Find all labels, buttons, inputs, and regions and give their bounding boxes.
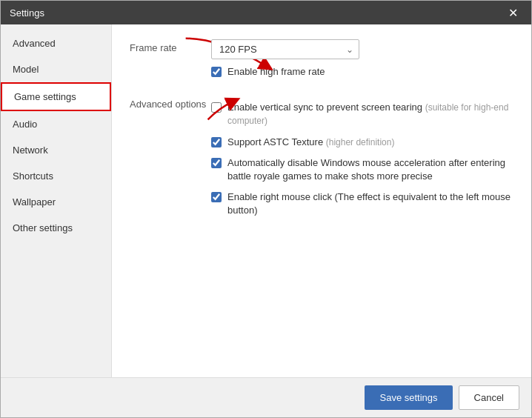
mouse-accel-row: Automatically disable Windows mouse acce…: [211, 156, 513, 183]
frame-rate-row: Frame rate 60 FPS 90 FPS 120 FPS 144 FPS…: [130, 39, 513, 83]
enable-high-framerate-checkbox[interactable]: [211, 67, 222, 77]
enable-high-framerate-row: Enable high frame rate: [211, 65, 513, 79]
advanced-options-section: Advanced options Enable vertical sync to…: [130, 95, 513, 225]
content-area: Advanced Model Game settings Audio Netwo…: [1, 24, 531, 377]
astc-label[interactable]: Support ASTC Texture (higher definition): [227, 136, 394, 149]
sidebar: Advanced Model Game settings Audio Netwo…: [1, 24, 112, 377]
mouse-accel-label[interactable]: Automatically disable Windows mouse acce…: [227, 156, 513, 183]
sidebar-item-advanced[interactable]: Advanced: [1, 30, 111, 56]
right-click-checkbox[interactable]: [211, 192, 222, 202]
vsync-checkbox[interactable]: [211, 102, 222, 113]
main-panel: Frame rate 60 FPS 90 FPS 120 FPS 144 FPS…: [112, 24, 531, 377]
astc-checkbox[interactable]: [211, 137, 222, 147]
sidebar-item-shortcuts[interactable]: Shortcuts: [1, 163, 111, 189]
window-title: Settings: [10, 7, 44, 19]
astc-row: Support ASTC Texture (higher definition): [211, 136, 513, 149]
vsync-label[interactable]: Enable vertical sync to prevent screen t…: [227, 101, 513, 127]
titlebar: Settings ✕: [1, 1, 531, 24]
fps-select-wrapper: 60 FPS 90 FPS 120 FPS 144 FPS 240 FPS ⌄: [211, 39, 359, 59]
sidebar-item-game-settings[interactable]: Game settings: [1, 82, 111, 111]
vsync-row: Enable vertical sync to prevent screen t…: [211, 101, 513, 127]
right-click-row: Enable right mouse click (The effect is …: [211, 190, 513, 217]
frame-rate-label: Frame rate: [130, 39, 211, 53]
fps-dropdown[interactable]: 60 FPS 90 FPS 120 FPS 144 FPS 240 FPS: [211, 39, 359, 59]
mouse-accel-checkbox[interactable]: [211, 158, 222, 168]
sidebar-item-wallpaper[interactable]: Wallpaper: [1, 189, 111, 215]
frame-rate-content: 60 FPS 90 FPS 120 FPS 144 FPS 240 FPS ⌄ …: [211, 39, 513, 83]
save-settings-button[interactable]: Save settings: [365, 385, 452, 410]
sidebar-item-audio[interactable]: Audio: [1, 111, 111, 137]
advanced-checkboxes-group: Enable vertical sync to prevent screen t…: [211, 95, 513, 225]
footer: Save settings Cancel: [1, 377, 531, 417]
sidebar-item-network[interactable]: Network: [1, 137, 111, 163]
sidebar-item-model[interactable]: Model: [1, 56, 111, 82]
sidebar-item-other-settings[interactable]: Other settings: [1, 215, 111, 241]
settings-window: Settings ✕ Advanced Model Game settings …: [0, 0, 532, 418]
right-click-label[interactable]: Enable right mouse click (The effect is …: [227, 190, 513, 217]
close-button[interactable]: ✕: [504, 4, 522, 21]
cancel-button[interactable]: Cancel: [459, 385, 519, 410]
advanced-options-label: Advanced options: [130, 95, 211, 111]
enable-high-framerate-label[interactable]: Enable high frame rate: [227, 65, 325, 79]
